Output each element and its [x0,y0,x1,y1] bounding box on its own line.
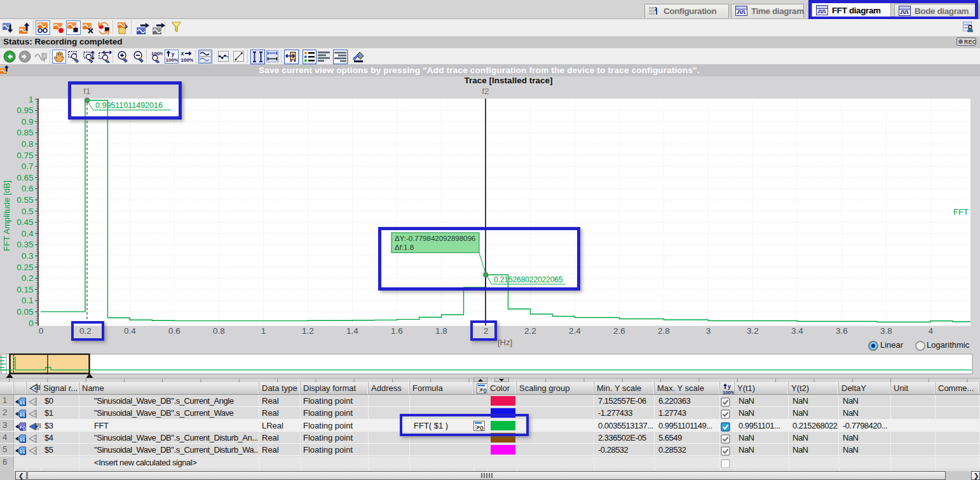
svg-text:01: 01 [20,412,25,418]
svg-text:0.55: 0.55 [17,195,33,205]
svg-text:0.9: 0.9 [22,117,34,127]
svg-text:1.2: 1.2 [302,326,314,336]
svg-text:1: 1 [261,326,266,336]
svg-text:x: x [181,50,184,57]
svg-text:100%: 100% [151,51,163,57]
svg-text:0.8: 0.8 [22,139,34,149]
svg-text:0.15: 0.15 [17,285,33,294]
svg-text:[Hz]: [Hz] [498,338,512,347]
svg-text:100%: 100% [723,390,735,395]
svg-text:1.8: 1.8 [435,326,447,336]
svg-text:0.25: 0.25 [17,263,33,272]
svg-text:0.4: 0.4 [22,229,34,238]
svg-text:0: 0 [39,326,44,336]
svg-text:0.65: 0.65 [17,173,33,182]
svg-text:0.05: 0.05 [17,307,33,317]
svg-text:2.8: 2.8 [658,326,670,336]
svg-text:0.5: 0.5 [22,207,34,216]
svg-text:3: 3 [706,326,711,336]
svg-text:2.4: 2.4 [569,326,581,336]
svg-text:0.8: 0.8 [213,326,225,336]
svg-text:0.35: 0.35 [17,240,33,249]
svg-text:3.8: 3.8 [880,326,892,336]
svg-text:0.85: 0.85 [17,128,33,137]
svg-text:0.75: 0.75 [17,151,33,160]
svg-text:01: 01 [20,400,25,406]
svg-text:2.6: 2.6 [613,326,625,336]
svg-text:01: 01 [20,449,25,455]
svg-text:0.95: 0.95 [17,106,33,115]
svg-text:0.2: 0.2 [22,273,34,283]
svg-text:100%: 100% [181,57,194,63]
svg-text:y: y [172,51,175,57]
svg-text:F(): F() [20,424,26,430]
svg-text:0.3: 0.3 [22,251,34,261]
svg-text:FFT: FFT [953,207,969,217]
svg-text:y: y [728,383,731,390]
svg-text:0.1: 0.1 [22,296,34,305]
svg-text:100%: 100% [166,57,179,63]
svg-text:4: 4 [929,326,934,336]
svg-text:1: 1 [29,95,34,104]
svg-text:0.4: 0.4 [124,326,136,336]
svg-text:0.7: 0.7 [22,161,34,171]
svg-text:3.4: 3.4 [791,326,803,336]
svg-text:3.6: 3.6 [836,326,848,336]
svg-text:01: 01 [20,436,25,442]
svg-text:1.6: 1.6 [391,326,403,336]
svg-text:0.45: 0.45 [17,217,33,227]
svg-text:1.4: 1.4 [346,326,358,336]
svg-text:3.2: 3.2 [747,326,759,336]
svg-text:0: 0 [29,319,34,328]
svg-text:0.6: 0.6 [22,184,34,193]
svg-text:F(): F() [480,387,487,393]
svg-text:2.2: 2.2 [524,326,536,336]
svg-text:0.6: 0.6 [168,326,180,336]
